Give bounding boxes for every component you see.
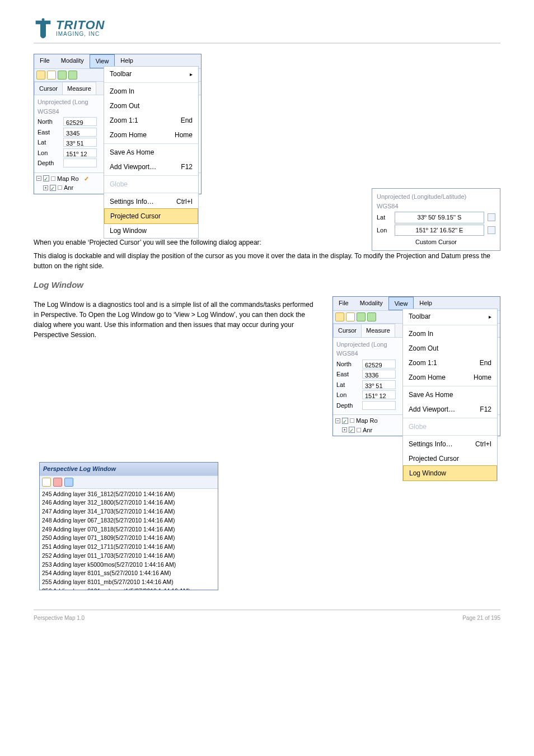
tree2-collapse-icon[interactable]: − (335, 418, 340, 423)
menu-add-viewport[interactable]: Add Viewport…F12 (104, 160, 198, 174)
pc-lat-button[interactable] (488, 213, 495, 221)
menu-file[interactable]: File (34, 54, 55, 68)
tree2-child-label: Anr (363, 426, 372, 435)
tree-root-check[interactable] (43, 175, 49, 181)
pc-lon-button[interactable] (488, 226, 495, 234)
log-line: 249 Adding layer 070_1818(5/27/2010 1:44… (42, 525, 216, 534)
menu-save-home[interactable]: Save As Home (104, 145, 198, 160)
menu-settings-info[interactable]: Settings Info…Ctrl+I (104, 194, 198, 209)
menu-zoom-home[interactable]: Zoom HomeHome (104, 128, 198, 142)
view-dropdown-2: Toolbar Zoom In Zoom Out Zoom 1:1End Zoo… (402, 309, 498, 481)
north-value: 62529 (63, 117, 97, 126)
log-line: 253 Adding layer k5000mos(5/27/2010 1:44… (42, 561, 216, 570)
menu-zoom-in[interactable]: Zoom In (104, 84, 198, 99)
menu2-toolbar[interactable]: Toolbar (403, 309, 497, 324)
tab-measure[interactable]: Measure (62, 82, 96, 95)
tree-collapse-icon[interactable]: − (36, 176, 41, 181)
body-text-2: This dialog is dockable and will display… (34, 251, 500, 271)
pc-datum: WGS84 (377, 202, 495, 211)
tree2-root-label: Map Ro (356, 416, 378, 426)
log-tb-save-icon[interactable] (64, 478, 73, 487)
svg-point-0 (42, 18, 45, 21)
log-line: 251 Adding layer 012_1711(5/27/2010 1:44… (42, 543, 216, 552)
toolbar2-icon-4[interactable] (367, 312, 376, 321)
log-line: 247 Adding layer 314_1703(5/27/2010 1:44… (42, 507, 216, 516)
toolbar-icon-4[interactable] (68, 71, 77, 80)
menu2-projected-cursor[interactable]: Projected Cursor (403, 451, 497, 466)
depth-label: Depth (38, 158, 60, 168)
log-line: 255 Adding layer 8101_mb(5/27/2010 1:44:… (42, 578, 216, 587)
log-line: 254 Adding layer 8101_ss(5/27/2010 1:44:… (42, 569, 216, 578)
menu2-save-home[interactable]: Save As Home (403, 388, 497, 402)
north2-value: 62529 (362, 360, 396, 368)
menu2-file[interactable]: File (333, 297, 354, 311)
toolbar-icon-3[interactable] (58, 71, 67, 80)
log-line: 245 Adding layer 316_1812(5/27/2010 1:44… (42, 490, 216, 499)
toolbar-icon-1[interactable] (36, 71, 45, 80)
brand-title: TRITON (56, 19, 105, 31)
menu2-globe: Globe (403, 419, 497, 434)
lat-value: 33º 51 (63, 138, 97, 147)
tab2-cursor[interactable]: Cursor (333, 324, 362, 337)
menu-projected-cursor[interactable]: Projected Cursor (104, 208, 198, 224)
menu-log-window[interactable]: Log Window (104, 223, 198, 238)
pc-lat-label: Lat (377, 213, 391, 222)
log-tb-close-icon[interactable] (53, 478, 62, 487)
east-label: East (38, 128, 60, 137)
proj-cursor-check-icon (84, 174, 89, 184)
log-tb-new-icon[interactable] (42, 478, 51, 487)
toolbar2-icon-3[interactable] (357, 312, 366, 321)
lat2-value: 33º 51 (362, 380, 396, 389)
east-value: 3345 (63, 128, 97, 137)
menu-zoom-out[interactable]: Zoom Out (104, 99, 198, 113)
lon-label: Lon (38, 148, 60, 158)
log-line: 246 Adding layer 312_1800(5/27/2010 1:44… (42, 498, 216, 507)
lon2-value: 151º 12 (362, 390, 396, 399)
projected-cursor-dialog: Unprojected (Longitude/Latitude) WGS84 L… (372, 188, 500, 251)
pc-lon-label: Lon (377, 226, 391, 235)
tree2-child-check[interactable] (349, 427, 355, 433)
east2-value: 3336 (362, 370, 396, 379)
tab-cursor[interactable]: Cursor (34, 82, 63, 95)
menu-globe: Globe (104, 177, 198, 192)
menu2-add-viewport[interactable]: Add Viewport…F12 (403, 402, 497, 417)
tree-root-label: Map Ro (57, 174, 79, 184)
log-list[interactable]: 245 Adding layer 316_1812(5/27/2010 1:44… (40, 489, 218, 590)
triton-icon (34, 17, 53, 39)
menu2-settings-info[interactable]: Settings Info…Ctrl+I (403, 437, 497, 451)
log-line: 248 Adding layer 067_1832(5/27/2010 1:44… (42, 516, 216, 525)
tree2-expand-icon[interactable]: + (342, 427, 347, 432)
log-line: 252 Adding layer 011_1703(5/27/2010 1:44… (42, 552, 216, 561)
log-window-title: Perspective Log Window (40, 463, 218, 475)
tab2-measure[interactable]: Measure (361, 324, 395, 337)
menu-toolbar[interactable]: Toolbar (104, 67, 198, 81)
north2-label: North (336, 360, 359, 369)
lat2-label: Lat (336, 380, 359, 390)
menu2-zoom-11[interactable]: Zoom 1:1End (403, 356, 497, 370)
toolbar2-icon-2[interactable] (346, 312, 355, 321)
log-line: 256 Adding layer 8101_mb_part1(5/27/2010… (42, 587, 216, 590)
pc-lat-value: 33º 50' 59.15'' S (395, 212, 484, 223)
menu2-zoom-out[interactable]: Zoom Out (403, 341, 497, 356)
tree-child-label: Anr (64, 183, 73, 193)
tree-child-check[interactable] (50, 185, 56, 191)
tree-expand-icon[interactable]: + (43, 185, 48, 190)
brand-logo: TRITON IMAGING, INC (34, 17, 500, 39)
depth2-label: Depth (336, 401, 359, 410)
brand-subtitle: IMAGING, INC (56, 31, 105, 37)
menu2-zoom-home[interactable]: Zoom HomeHome (403, 370, 497, 385)
log-line: 250 Adding layer 071_1809(5/27/2010 1:44… (42, 534, 216, 543)
toolbar2-icon-1[interactable] (335, 312, 344, 321)
toolbar-icon-2[interactable] (47, 71, 56, 80)
tree2-root-check[interactable] (342, 418, 348, 424)
menu-modality[interactable]: Modality (55, 54, 90, 68)
lon-value: 151º 12 (63, 148, 97, 157)
section-log-window-title: Log Window (34, 279, 500, 292)
lat-label: Lat (38, 138, 60, 147)
menu2-log-window[interactable]: Log Window (403, 465, 497, 481)
footer-right: Page 21 of 195 (462, 614, 500, 622)
menu-zoom-11[interactable]: Zoom 1:1End (104, 113, 198, 128)
menu2-modality[interactable]: Modality (354, 297, 388, 311)
east2-label: East (336, 370, 359, 379)
menu2-zoom-in[interactable]: Zoom In (403, 326, 497, 341)
